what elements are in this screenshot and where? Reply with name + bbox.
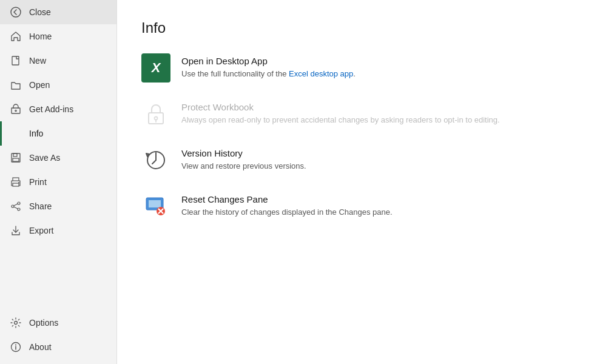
sidebar-item-share[interactable]: Share [0,194,116,218]
save-as-icon [10,152,22,164]
svg-point-11 [18,208,20,211]
svg-rect-1 [12,56,19,65]
excel-desktop-link[interactable]: Excel desktop app [289,69,353,78]
svg-point-0 [11,7,21,17]
excel-app-icon: X [141,53,170,83]
sidebar-home-label: Home [29,32,52,41]
svg-rect-5 [13,153,17,157]
sidebar-item-get-add-ins[interactable]: Get Add-ins [0,97,116,121]
history-icon [141,146,170,175]
svg-rect-25 [149,200,161,207]
share-icon [10,200,22,212]
sidebar-item-home[interactable]: Home [0,24,116,49]
svg-rect-6 [13,158,19,161]
svg-point-16 [15,322,18,325]
sidebar-get-add-ins-label: Get Add-ins [29,104,73,114]
store-icon [10,103,22,115]
svg-line-14 [14,207,18,209]
new-icon [10,55,22,67]
lock-icon [141,99,170,129]
page-title: Info [141,19,573,36]
sidebar-about-label: About [29,342,52,352]
sidebar-item-info[interactable]: Info [0,121,116,146]
print-icon [10,176,22,188]
svg-rect-7 [13,178,19,181]
sidebar-options-label: Options [29,318,58,328]
sidebar-item-about[interactable]: About [0,335,116,359]
info-item-protect-workbook: Protect Workbook Always open read-only t… [141,99,573,129]
svg-point-10 [18,202,20,204]
main-content: Info X Open in Desktop App Use the full … [117,0,597,364]
reset-changes-desc: Clear the history of changes displayed i… [181,207,393,218]
sidebar-item-print[interactable]: Print [0,170,116,194]
reset-changes-icon [141,192,170,221]
version-history-desc: View and restore previous versions. [181,161,306,172]
sidebar-item-new[interactable]: New [0,49,116,73]
svg-point-9 [18,182,19,183]
sidebar-save-as-label: Save As [29,153,60,163]
info-item-open-desktop[interactable]: X Open in Desktop App Use the full funct… [141,53,573,83]
protect-workbook-desc: Always open read-only to prevent acciden… [181,115,500,126]
sidebar-item-open[interactable]: Open [0,73,116,97]
sidebar: Close Home New Open [0,0,117,364]
svg-point-12 [12,205,14,207]
sidebar-share-label: Share [29,201,52,211]
sidebar-open-label: Open [29,80,50,90]
svg-rect-8 [13,183,19,186]
svg-point-3 [15,110,16,111]
sidebar-info-label: Info [29,129,43,138]
home-icon [10,30,22,42]
version-history-title: Version History [181,148,306,158]
sidebar-item-close[interactable]: Close [0,0,116,24]
open-desktop-desc: Use the full functionality of the Excel … [181,69,356,79]
sidebar-item-options[interactable]: Options [0,311,116,335]
sidebar-close-label: Close [29,7,51,17]
open-desktop-title: Open in Desktop App [181,56,356,66]
sidebar-print-label: Print [29,177,47,187]
info-item-version-history[interactable]: Version History View and restore previou… [141,146,573,175]
sidebar-export-label: Export [29,226,53,235]
info-sidebar-icon [10,127,22,140]
svg-rect-2 [12,108,20,113]
sidebar-item-export[interactable]: Export [0,218,116,243]
export-icon [10,224,22,237]
back-arrow-icon [10,6,22,18]
sidebar-new-label: New [29,56,46,66]
svg-point-19 [15,345,16,346]
reset-changes-title: Reset Changes Pane [181,194,393,204]
svg-line-13 [14,204,18,206]
protect-workbook-title: Protect Workbook [181,102,500,112]
options-icon [10,317,22,329]
about-icon [10,341,22,353]
info-item-reset-changes[interactable]: Reset Changes Pane Clear the history of … [141,192,573,221]
sidebar-item-save-as[interactable]: Save As [0,146,116,170]
open-icon [10,79,22,91]
